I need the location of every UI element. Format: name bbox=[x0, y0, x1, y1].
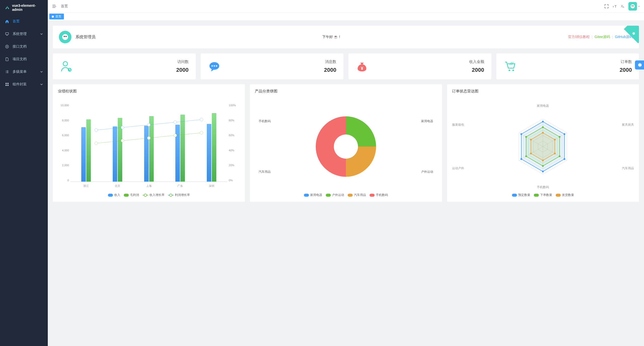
tabs-bar: 首页 bbox=[48, 13, 644, 21]
radar-axis-label: 家用电器 bbox=[537, 104, 549, 108]
money-bag-icon: ¥ bbox=[355, 60, 369, 73]
svg-point-60 bbox=[525, 136, 527, 138]
sidebar-item-docs[interactable]: 项目文档 bbox=[0, 53, 48, 65]
stat-label: 访问数 bbox=[73, 59, 189, 64]
svg-text:A: A bbox=[623, 6, 624, 8]
font-size-icon[interactable]: тT bbox=[612, 4, 617, 9]
sidebar-item-label: 系统管理 bbox=[13, 32, 40, 36]
gear-icon bbox=[637, 62, 642, 67]
radar-axis-label: 家具厨具 bbox=[622, 123, 634, 127]
svg-point-50 bbox=[564, 158, 566, 160]
svg-point-20 bbox=[211, 65, 213, 66]
cart-icon bbox=[503, 60, 516, 73]
donut bbox=[316, 116, 376, 177]
settings-fab[interactable] bbox=[635, 60, 644, 70]
sidebar-item-components[interactable]: 组件封装 bbox=[0, 78, 48, 91]
chevron-down-icon bbox=[40, 83, 43, 86]
svg-point-22 bbox=[216, 65, 217, 66]
api-icon bbox=[5, 45, 9, 49]
radar-axis-label: 运动户外 bbox=[452, 166, 464, 170]
svg-point-15 bbox=[64, 36, 65, 37]
ribbon-icon bbox=[630, 30, 637, 37]
svg-point-67 bbox=[530, 139, 532, 141]
caret-down-icon bbox=[638, 5, 640, 7]
sidebar-menu: 首页 系统管理 接口文档 项目文档 多级菜单 组件封装 bbox=[0, 15, 48, 91]
message-icon bbox=[208, 60, 221, 73]
stat-card-orders: 订单数2000 bbox=[496, 53, 639, 79]
tab-active-dot bbox=[52, 16, 54, 18]
welcome-username: 系统管理员 bbox=[75, 34, 96, 40]
charts-row: 业绩柱状图 10,0008,0006,0004,0002,0000 100%80… bbox=[53, 84, 639, 202]
legend-item: 家用电器 bbox=[304, 193, 322, 197]
sidebar-item-system[interactable]: 系统管理 bbox=[0, 28, 48, 40]
stat-card-visits: 访问数2000 bbox=[53, 53, 196, 79]
svg-point-21 bbox=[214, 65, 215, 66]
chart-card-radar: 订单状态雷达图 家用电器 家具厨具 汽车用品 手机数码 运动户外 服装箱包 bbox=[447, 84, 639, 202]
welcome-card: 系统管理员 下午好 ☕！ 官方0到1教程 | Gitee源码 | GitHub源… bbox=[53, 26, 639, 48]
stat-card-messages: 消息数2000 bbox=[201, 53, 344, 79]
legend-item: .legend-line:nth-of-type(1)::before{bord… bbox=[143, 193, 165, 197]
stat-value: 2000 bbox=[221, 67, 337, 73]
sidebar-item-home[interactable]: 首页 bbox=[0, 15, 48, 28]
user-avatar-dropdown[interactable] bbox=[628, 2, 640, 11]
fullscreen-icon[interactable] bbox=[604, 4, 609, 9]
language-icon[interactable]: 文A bbox=[620, 4, 625, 9]
legend-item: 户外运动 bbox=[326, 193, 344, 197]
chart-title: 业绩柱状图 bbox=[58, 89, 240, 94]
stat-label: 收入金额 bbox=[369, 59, 484, 64]
document-icon bbox=[5, 57, 9, 61]
radar-svg bbox=[505, 109, 581, 184]
radar-legend: 预定数量 下单数量 发货数量 bbox=[452, 193, 634, 197]
svg-point-57 bbox=[559, 155, 560, 157]
chart-card-bar: 业绩柱状图 10,0008,0006,0004,0002,0000 100%80… bbox=[53, 84, 245, 202]
bar-legend: 收入 毛利润 .legend-line:nth-of-type(1)::befo… bbox=[58, 193, 240, 197]
app-name: vue3-element-admin bbox=[12, 4, 43, 12]
chart-title: 订单状态雷达图 bbox=[452, 89, 634, 94]
tab-home[interactable]: 首页 bbox=[49, 14, 64, 19]
legend-item: 预定数量 bbox=[512, 193, 530, 197]
grid-icon bbox=[5, 82, 9, 86]
chevron-down-icon bbox=[40, 71, 43, 73]
svg-point-49 bbox=[564, 133, 566, 135]
pie-label: 手机数码 bbox=[259, 119, 271, 123]
sidebar-item-multilevel[interactable]: 多级菜单 bbox=[0, 65, 48, 78]
logo[interactable]: vue3-element-admin bbox=[0, 0, 48, 15]
pie-legend: 家用电器 户外运动 汽车用品 手机数码 bbox=[255, 193, 437, 197]
pie-label: 汽车用品 bbox=[259, 170, 271, 174]
svg-point-55 bbox=[542, 126, 544, 128]
svg-point-48 bbox=[542, 121, 544, 123]
stat-card-income: ¥ 收入金额2000 bbox=[348, 53, 491, 79]
chevron-down-icon bbox=[40, 33, 43, 35]
sidebar-item-label: 首页 bbox=[13, 19, 43, 24]
bar-chart: 10,0008,0006,0004,0002,0000 100%80%60%40… bbox=[58, 104, 240, 189]
list-icon bbox=[5, 70, 9, 74]
home-icon bbox=[5, 19, 9, 23]
sidebar-item-label: 多级菜单 bbox=[13, 70, 40, 74]
sidebar-item-label: 项目文档 bbox=[13, 57, 43, 61]
stats-row: 访问数2000 消息数2000 ¥ 收入金额2000 订单数2000 bbox=[53, 53, 639, 79]
stat-label: 订单数 bbox=[516, 59, 632, 64]
link-tutorial[interactable]: 官方0到1教程 bbox=[568, 35, 590, 39]
svg-point-53 bbox=[520, 133, 522, 135]
radar-chart: 家用电器 家具厨具 汽车用品 手机数码 运动户外 服装箱包 bbox=[452, 104, 634, 189]
vue-logo-icon bbox=[5, 5, 10, 10]
svg-point-58 bbox=[542, 165, 544, 167]
svg-text:т: т bbox=[613, 5, 614, 8]
sidebar-item-api[interactable]: 接口文档 bbox=[0, 40, 48, 53]
tab-label: 首页 bbox=[55, 14, 61, 19]
svg-point-2 bbox=[7, 46, 8, 47]
avatar-icon bbox=[62, 33, 69, 41]
link-gitee[interactable]: Gitee源码 bbox=[594, 35, 610, 39]
svg-point-14 bbox=[62, 34, 68, 40]
svg-point-64 bbox=[554, 153, 556, 154]
radar-axis-label: 汽车用品 bbox=[622, 166, 634, 170]
stat-label: 消息数 bbox=[221, 59, 337, 64]
svg-point-25 bbox=[512, 69, 514, 71]
svg-point-16 bbox=[65, 36, 67, 37]
legend-item: 收入 bbox=[108, 193, 120, 197]
svg-point-65 bbox=[542, 160, 544, 161]
hamburger-icon[interactable] bbox=[52, 4, 57, 9]
donut-chart: 家用电器 户外运动 汽车用品 手机数码 bbox=[255, 104, 437, 189]
svg-point-52 bbox=[520, 158, 522, 160]
svg-point-62 bbox=[542, 132, 544, 134]
